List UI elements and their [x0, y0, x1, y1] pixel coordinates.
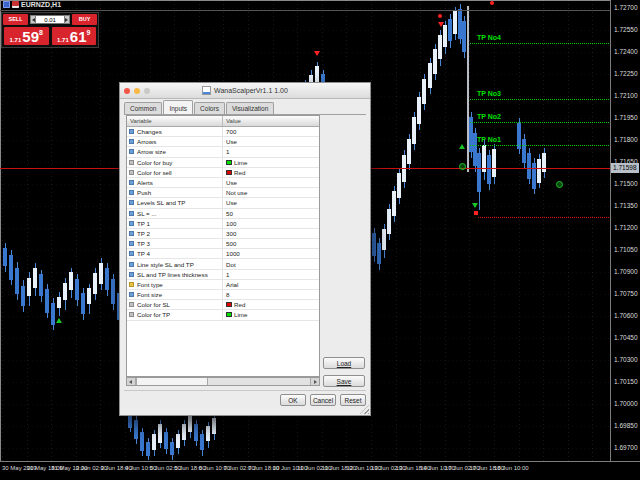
param-value-cell[interactable]: 1: [223, 270, 319, 279]
param-value-cell[interactable]: 1000: [223, 249, 319, 258]
param-name-cell: SL and TP lines thickness: [127, 270, 223, 279]
param-value-text: Use: [226, 138, 237, 145]
param-value-text: 8: [226, 291, 229, 298]
color-swatch: [226, 312, 232, 317]
price-tick-label: 1.71500: [614, 180, 638, 188]
param-value-cell[interactable]: Not use: [223, 188, 319, 197]
numeric-param-icon: [129, 200, 134, 205]
param-value-cell[interactable]: 700: [223, 127, 319, 136]
price-tick-label: 1.70150: [614, 378, 638, 386]
sell-price-sup: 8: [39, 29, 43, 36]
candle-body: [448, 19, 452, 41]
param-row: Font size8: [127, 290, 319, 300]
param-name-cell: Font type: [127, 280, 223, 289]
resize-grip[interactable]: [360, 405, 369, 414]
candle-body: [194, 424, 198, 441]
tab-inputs[interactable]: Inputs: [163, 100, 193, 114]
param-value-cell[interactable]: 50: [223, 209, 319, 218]
param-value-cell[interactable]: 500: [223, 239, 319, 248]
volume-decrease-icon[interactable]: [30, 15, 36, 24]
candle-body: [152, 434, 156, 450]
param-value-cell[interactable]: 300: [223, 229, 319, 238]
param-value-cell[interactable]: Lime: [223, 158, 319, 167]
param-value-text: 500: [226, 240, 236, 247]
chart-window-icon: [3, 1, 10, 8]
cancel-button[interactable]: Cancel: [310, 394, 336, 406]
grid-line-vertical: [543, 0, 544, 461]
numeric-param-icon: [129, 149, 134, 154]
grid-line-vertical: [420, 0, 421, 461]
param-value-text: 100: [226, 220, 236, 227]
indicator-dialog-icon: [202, 86, 211, 95]
param-row: TP 41000: [127, 249, 319, 259]
chart-symbol-title: EURNZD,H1: [3, 1, 61, 8]
param-value-text: Lime: [234, 159, 247, 166]
param-value-cell[interactable]: Use: [223, 178, 319, 187]
time-axis[interactable]: 30 May 201930 May 18:0031 May 10:003 Jun…: [0, 462, 640, 480]
tab-visualization[interactable]: Visualization: [226, 102, 274, 114]
scrollbar-thumb[interactable]: [136, 378, 208, 385]
tab-colors[interactable]: Colors: [194, 102, 225, 114]
param-value-cell[interactable]: Use: [223, 198, 319, 207]
sell-price-prefix: 1.71: [10, 37, 22, 43]
param-value-text: Not use: [226, 189, 247, 196]
param-value-cell[interactable]: Red: [223, 168, 319, 177]
candle-body: [188, 416, 192, 432]
candle-body: [164, 432, 168, 449]
buy-price-sup: 9: [86, 29, 90, 36]
column-header-variable[interactable]: Variable: [127, 116, 223, 126]
numeric-param-icon: [129, 139, 134, 144]
candle-body: [87, 288, 91, 304]
price-axis[interactable]: 1.71598 1.727001.725501.724001.722501.72…: [611, 0, 640, 461]
buy-price-display[interactable]: 1.71619: [52, 27, 97, 45]
candle-body: [407, 139, 411, 164]
price-tick-label: 1.72550: [614, 26, 638, 34]
param-name-cell: Font size: [127, 290, 223, 299]
volume-increase-icon[interactable]: [64, 15, 70, 24]
load-button[interactable]: Load: [323, 357, 365, 369]
param-value-cell[interactable]: 8: [223, 290, 319, 299]
tp-line-label: TP No1: [477, 136, 501, 144]
dialog-title-bar[interactable]: WanaScalperVr1.1 1.00: [120, 83, 370, 99]
grid-line-vertical: [469, 0, 470, 461]
ok-button[interactable]: OK: [280, 394, 306, 406]
price-tick-label: 1.71950: [614, 114, 638, 122]
candle-body: [527, 153, 531, 179]
scroll-right-icon[interactable]: [310, 378, 319, 385]
param-value-cell[interactable]: Lime: [223, 310, 319, 319]
button-separator: [124, 390, 366, 391]
candle-body: [387, 209, 391, 234]
param-label: Color for sell: [137, 169, 172, 176]
param-value-cell[interactable]: Dot: [223, 259, 319, 268]
sell-price-display[interactable]: 1.71598: [4, 27, 49, 45]
param-value-cell[interactable]: Arial: [223, 280, 319, 289]
candle-body: [81, 293, 85, 314]
horizontal-scrollbar[interactable]: [126, 377, 320, 386]
volume-input[interactable]: 0.01: [36, 15, 64, 24]
param-value-text: 300: [226, 230, 236, 237]
save-button[interactable]: Save: [323, 375, 365, 387]
param-row: Color for sellRed: [127, 168, 319, 178]
param-value-cell[interactable]: 1: [223, 147, 319, 156]
param-value-cell[interactable]: 100: [223, 219, 319, 228]
close-window-icon[interactable]: [124, 88, 130, 94]
sell-button[interactable]: SELL: [3, 14, 28, 25]
param-label: TP 4: [137, 250, 150, 257]
scroll-left-icon[interactable]: [127, 378, 136, 385]
tab-common[interactable]: Common: [124, 102, 162, 114]
column-header-value[interactable]: Value: [223, 116, 319, 126]
param-value-cell[interactable]: Use: [223, 137, 319, 146]
zoom-window-icon[interactable]: [144, 88, 150, 94]
minimize-window-icon[interactable]: [134, 88, 140, 94]
sell-price-big: 59: [22, 28, 39, 45]
param-value-text: 1: [226, 271, 229, 278]
param-name-cell: Arrow size: [127, 147, 223, 156]
reset-button[interactable]: Reset: [340, 394, 366, 406]
param-name-cell: Levels SL and TP: [127, 198, 223, 207]
green-arrow-up-marker: [459, 144, 465, 149]
price-tick-label: 1.70000: [614, 400, 638, 408]
buy-button[interactable]: BUY: [72, 14, 97, 25]
param-value-text: 700: [226, 128, 236, 135]
param-value-cell[interactable]: Red: [223, 300, 319, 309]
numeric-param-icon: [129, 251, 134, 256]
